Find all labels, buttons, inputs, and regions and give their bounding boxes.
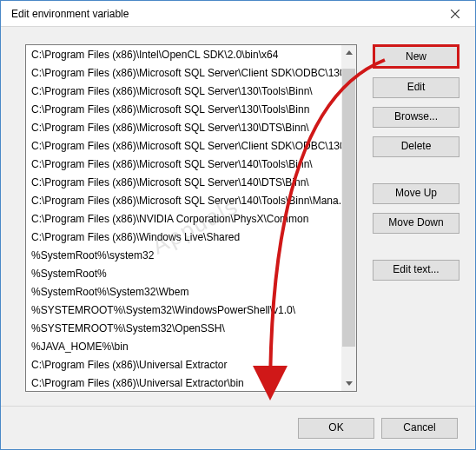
- chevron-down-icon: [346, 381, 353, 386]
- scroll-up-button[interactable]: [341, 45, 356, 60]
- move-up-button[interactable]: Move Up: [373, 183, 459, 204]
- list-item[interactable]: %SYSTEMROOT%\System32\WindowsPowerShell\…: [26, 301, 356, 320]
- dialog-footer: OK Cancel: [1, 406, 475, 449]
- list-item[interactable]: C:\Program Files (x86)\Microsoft SQL Ser…: [26, 192, 356, 210]
- close-icon: [451, 10, 459, 18]
- ok-button[interactable]: OK: [298, 418, 374, 439]
- list-item[interactable]: %SystemRoot%\System32\Wbem: [26, 283, 356, 301]
- list-item[interactable]: C:\Program Files (x86)\NVIDIA Corporatio…: [26, 210, 356, 228]
- list-item[interactable]: C:\Program Files (x86)\Microsoft SQL Ser…: [26, 119, 356, 137]
- list-item[interactable]: %SystemRoot%: [26, 265, 356, 283]
- list-item[interactable]: C:\Program Files (x86)\Microsoft SQL Ser…: [26, 64, 356, 83]
- list-item[interactable]: C:\Program Files (x86)\Universal Extract…: [26, 374, 356, 391]
- list-item[interactable]: %JAVA_HOME%\bin: [26, 338, 356, 356]
- scroll-thumb[interactable]: [342, 69, 355, 347]
- delete-button[interactable]: Delete: [373, 136, 459, 157]
- edit-button[interactable]: Edit: [373, 77, 459, 98]
- list-item[interactable]: %SYSTEMROOT%\System32\OpenSSH\: [26, 320, 356, 338]
- list-item[interactable]: C:\Program Files (x86)\Microsoft SQL Ser…: [26, 156, 356, 174]
- path-list-container: C:\Program Files (x86)\Intel\OpenCL SDK\…: [25, 44, 357, 392]
- window-title: Edit environment variable: [11, 8, 435, 20]
- scroll-down-button[interactable]: [341, 376, 356, 391]
- list-item[interactable]: C:\Program Files (x86)\Microsoft SQL Ser…: [26, 174, 356, 192]
- button-column: New Edit Browse... Delete Move Up Move D…: [373, 44, 459, 392]
- list-item[interactable]: C:\Program Files (x86)\Microsoft SQL Ser…: [26, 83, 356, 101]
- list-item[interactable]: C:\Program Files (x86)\Intel\OpenCL SDK\…: [26, 46, 356, 64]
- dialog-window: Edit environment variable C:\Program Fil…: [0, 0, 476, 450]
- titlebar[interactable]: Edit environment variable: [1, 1, 475, 27]
- list-item[interactable]: C:\Program Files (x86)\Windows Live\Shar…: [26, 228, 356, 247]
- cancel-button[interactable]: Cancel: [381, 418, 458, 439]
- scroll-track[interactable]: [341, 60, 356, 376]
- new-button[interactable]: New: [373, 44, 459, 69]
- move-down-button[interactable]: Move Down: [373, 213, 459, 234]
- list-item[interactable]: C:\Program Files (x86)\Universal Extract…: [26, 356, 356, 374]
- browse-button[interactable]: Browse...: [373, 107, 459, 128]
- chevron-up-icon: [346, 50, 353, 55]
- list-item[interactable]: C:\Program Files (x86)\Microsoft SQL Ser…: [26, 101, 356, 119]
- scrollbar[interactable]: [341, 45, 356, 391]
- edit-text-button[interactable]: Edit text...: [373, 260, 459, 281]
- dialog-body: C:\Program Files (x86)\Intel\OpenCL SDK\…: [1, 27, 475, 406]
- list-item[interactable]: C:\Program Files (x86)\Microsoft SQL Ser…: [26, 137, 356, 156]
- list-item[interactable]: %SystemRoot%\system32: [26, 247, 356, 265]
- close-button[interactable]: [435, 1, 475, 27]
- path-listbox[interactable]: C:\Program Files (x86)\Intel\OpenCL SDK\…: [26, 45, 356, 391]
